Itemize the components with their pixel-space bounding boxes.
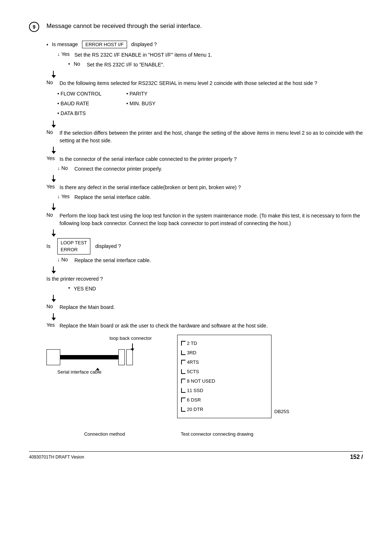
pin-3rd: 3RD (187, 348, 196, 358)
arrow6 (52, 229, 363, 237)
yes3-text: Is there any defect in the serial interf… (60, 184, 241, 191)
arrow5 (52, 203, 363, 211)
yes3-row: Yes Is there any defect in the serial in… (46, 184, 363, 191)
yes5-row: Yes Replace the Main board or ask the us… (46, 322, 363, 330)
pin-8notused: 8 NOT USED (187, 376, 215, 386)
arrow9 (52, 313, 363, 321)
is-label: Is (46, 243, 56, 249)
page-container: 9 Message cannot be received through the… (29, 22, 363, 460)
connection-diagram: loop back connector (46, 335, 163, 365)
no2-text: If the selection differs between the pri… (60, 129, 363, 144)
yes4-label: Yes (61, 194, 74, 199)
no6-label: No (46, 304, 60, 309)
loop-test-line1: LOOP TEST (61, 240, 87, 245)
yes1-text: Set the RS 232C I/F ENABLE in "HOST I/F"… (74, 51, 212, 59)
no5-label: No (61, 257, 74, 262)
caption-right: Test connector connecting drawing (166, 431, 268, 437)
pin-6dsr: 6 DSR (187, 395, 201, 405)
no3-row: ↓ No Connect the connector printer prope… (57, 165, 363, 173)
section-number: 9 (29, 22, 39, 32)
no4-row: No Perform the loop back test using the … (46, 212, 363, 227)
no4-text: Perform the loop back test using the loo… (60, 212, 363, 227)
page-divider (29, 451, 363, 452)
db25s-label: DB25S (274, 409, 289, 414)
no1-label: No (46, 80, 60, 85)
yes-end-bullet: • (68, 285, 70, 291)
arrow4 (52, 175, 363, 182)
page-footer: 40930701TH DRAFT Vesion 152 / (29, 454, 363, 460)
yes3-label: Yes (46, 184, 60, 190)
yes1-row: ↓ Yes Set the RS 232C I/F ENABLE in "HOS… (57, 51, 363, 59)
list-item-3: • BAUD RATE (57, 99, 123, 108)
yes2-label: Yes (46, 155, 60, 161)
pin-4rts: 4RTS (187, 358, 199, 367)
no-sub-text: Set the RS 232C I/F to "ENABLE". (87, 61, 164, 69)
no-sub-row: • No Set the RS 232C I/F to "ENABLE". (68, 61, 363, 69)
recovered-row: Is the printer recovered ? (46, 275, 363, 283)
main-content: • Is message ERROR HOST I/F displayed ? … (46, 41, 363, 437)
question1-row: • Is message ERROR HOST I/F displayed ? (46, 41, 363, 48)
loop-test-error-box: LOOP TEST ERROR (57, 238, 90, 254)
no5-row: ↓ No Replace the serial interface cable. (57, 257, 363, 264)
arrow2 (52, 121, 363, 128)
section-header: 9 Message cannot be received through the… (29, 22, 363, 32)
yes1-block: ↓ Yes Set the RS 232C I/F ENABLE in "HOS… (57, 51, 363, 69)
no2-row: No If the selection differs between the … (46, 129, 363, 144)
no-sub-label: No (74, 61, 87, 67)
no6-text: Replace the Main board. (60, 304, 115, 311)
pin-2td: 2 TD (187, 339, 197, 348)
displayed-text: displayed ? (95, 243, 121, 249)
yes5-text: Replace the Main board or ask the user t… (60, 322, 268, 330)
serial-cable-label: Serial interface cable (57, 369, 101, 375)
list-items: • FLOW CONTROL • PARITY • BAUD RATE • MI… (57, 89, 363, 118)
yes4-text: Replace the serial interface cable. (74, 194, 151, 201)
no6-row: No Replace the Main board. (46, 304, 363, 311)
yes1-label: Yes (61, 51, 74, 57)
no3-label: No (61, 165, 74, 171)
error-host-if-box: ERROR HOST I/F (82, 41, 127, 48)
question1-text: Is message ERROR HOST I/F displayed ? (52, 41, 157, 48)
no1-text: Do the following items selected for RS23… (60, 80, 317, 87)
no5-text: Replace the serial interface cable. (74, 257, 151, 264)
yes5-label: Yes (46, 322, 60, 328)
pin-20dtr: 20 DTR (187, 405, 203, 414)
arrow8 (52, 295, 363, 302)
no1-row: No Do the following items selected for R… (46, 80, 363, 87)
yes2-text: Is the connector of the serial interface… (60, 155, 237, 163)
bullet1: • (46, 42, 48, 48)
recovered-text: Is the printer recovered ? (46, 275, 103, 283)
list-item-4: • MIN. BUSY (126, 99, 363, 108)
loop-test-question: Is LOOP TEST ERROR displayed ? (46, 238, 363, 254)
no3-text: Connect the connector printer properly. (74, 165, 162, 173)
footer-right: 152 / (350, 454, 363, 460)
pin-11ssd: 11 SSD (187, 386, 203, 395)
no-sub-bullet: • (68, 61, 70, 67)
loop-test-line2: ERROR (61, 247, 78, 252)
pin-diagram: 2 TD 3RD 4RTS 5CTS (177, 335, 271, 418)
arrow1 (52, 71, 363, 78)
yes-end-text: YES END (74, 285, 96, 293)
yes-end-row: • YES END (68, 285, 363, 293)
loop-back-label: loop back connector (110, 335, 152, 341)
arrow3 (52, 147, 363, 154)
pin-5cts: 5CTS (187, 367, 199, 376)
list-item-1: • FLOW CONTROL (57, 89, 123, 98)
diagram-area: loop back connector (46, 335, 363, 418)
no2-label: No (46, 129, 60, 135)
diagram-captions: Connection method Test connector connect… (46, 431, 363, 437)
yes4-row: ↓ Yes Replace the serial interface cable… (57, 194, 363, 201)
no4-label: No (46, 212, 60, 218)
list-item-2: • PARITY (126, 89, 363, 98)
footer-left: 40930701TH DRAFT Vesion (29, 455, 84, 460)
section-title-text: Message cannot be received through the s… (46, 22, 202, 30)
caption-left: Connection method (46, 431, 163, 437)
yes2-row: Yes Is the connector of the serial inter… (46, 155, 363, 163)
arrow7 (52, 266, 363, 274)
list-item-5: • DATA BITS (57, 109, 123, 118)
